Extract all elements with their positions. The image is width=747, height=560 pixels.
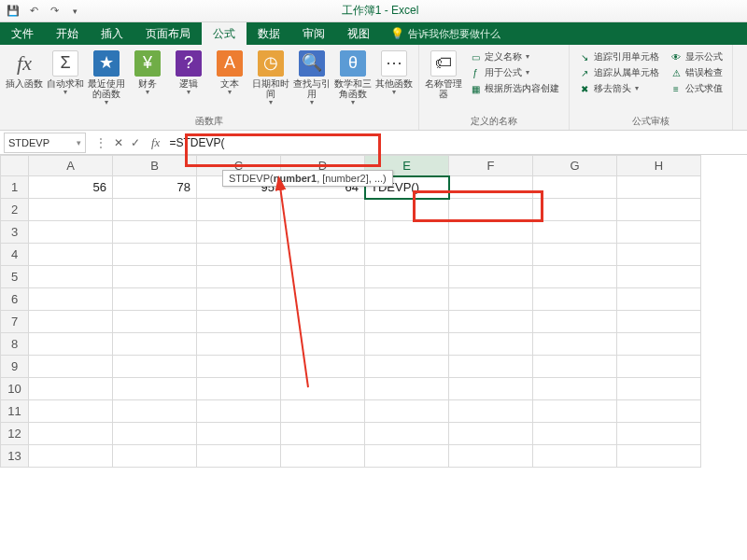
row-header[interactable]: 10 — [1, 378, 29, 400]
remove-icon: ✖ — [579, 83, 590, 94]
row-header[interactable]: 9 — [1, 356, 29, 378]
cell-H1[interactable] — [617, 176, 701, 199]
tag-mini-icon: ▭ — [470, 51, 481, 63]
show-formulas-button[interactable]: 👁显示公式 — [670, 50, 723, 63]
group-label-formula-auditing: 公式审核 — [575, 115, 726, 128]
cell-G1[interactable] — [533, 176, 617, 199]
text-button[interactable]: A 文本 ▾ — [211, 49, 248, 99]
formula-tooltip: STDEVP(number1, [number2], ...) — [222, 170, 393, 187]
search-icon: 🔍 — [299, 50, 325, 77]
select-all-corner[interactable] — [1, 156, 29, 176]
chevron-down-icon: ▾ — [351, 99, 355, 107]
ribbon: fx 插入函数 Σ 自动求和 ▾ ★ 最近使用的函数 ▾ ¥ 财务 ▾ ? 逻辑 — [0, 45, 747, 131]
qat-dropdown-icon[interactable]: ▾ — [67, 4, 82, 19]
redo-icon[interactable]: ↷ — [47, 4, 62, 19]
col-header-A[interactable]: A — [29, 156, 113, 176]
cell-A1[interactable]: 56 — [29, 176, 113, 199]
formula-bar-row: STDEVP ▾ ⋮ ✕ ✓ fx — [0, 131, 747, 155]
tab-view[interactable]: 视图 — [336, 22, 381, 45]
chevron-down-icon[interactable]: ▾ — [77, 138, 81, 147]
fx-icon: fx — [11, 50, 37, 77]
chevron-down-icon: ▾ — [63, 89, 67, 97]
tab-pagelayout[interactable]: 页面布局 — [134, 22, 202, 45]
group-label-defined-names: 定义的名称 — [425, 115, 563, 128]
col-header-H[interactable]: H — [617, 156, 701, 176]
eye-icon: 👁 — [670, 51, 682, 63]
ribbon-tabs: 文件 开始 插入 页面布局 公式 数据 审阅 视图 💡 告诉我你想要做什么 — [0, 22, 747, 45]
recently-used-button[interactable]: ★ 最近使用的函数 ▾ — [88, 49, 125, 109]
row-header[interactable]: 12 — [1, 423, 29, 445]
group-label-function-library: 函数库 — [6, 115, 413, 128]
clock-icon: ◷ — [258, 50, 284, 77]
morefn-button[interactable]: ⋯ 其他函数 ▾ — [375, 49, 413, 99]
insert-function-button[interactable]: fx 插入函数 — [6, 49, 43, 91]
autosum-button[interactable]: Σ 自动求和 ▾ — [47, 49, 84, 99]
create-from-selection-button[interactable]: ▦根据所选内容创建 — [470, 82, 559, 95]
enter-formula-button[interactable]: ✓ — [131, 136, 140, 149]
row-header[interactable]: 11 — [1, 400, 29, 423]
col-header-F[interactable]: F — [449, 156, 533, 176]
trace-precedents-button[interactable]: ↘追踪引用单元格 — [579, 50, 659, 63]
chevron-down-icon: ▾ — [187, 89, 190, 97]
row-header[interactable]: 1 — [1, 176, 29, 199]
row-header[interactable]: 7 — [1, 311, 29, 333]
error-checking-button[interactable]: ⚠错误检查 — [670, 66, 723, 79]
formula-input[interactable] — [165, 133, 747, 153]
mathtrig-button[interactable]: θ 数学和三角函数 ▾ — [334, 49, 372, 109]
spreadsheet-grid[interactable]: A B C D E F G H 1 56 78 95 64 TDEVP() 2 … — [0, 155, 747, 468]
money-icon: ¥ — [134, 50, 161, 77]
financial-button[interactable]: ¥ 财务 ▾ — [129, 49, 166, 99]
tab-formulas[interactable]: 公式 — [202, 22, 247, 45]
datetime-button[interactable]: ◷ 日期和时间 ▾ — [252, 49, 289, 109]
row-header[interactable]: 3 — [1, 221, 29, 244]
chevron-down-icon: ▾ — [146, 89, 149, 97]
row-header[interactable]: 2 — [1, 199, 29, 221]
chevron-down-icon: ▾ — [392, 89, 396, 97]
tell-me-text: 告诉我你想要做什么 — [408, 27, 500, 41]
undo-icon[interactable]: ↶ — [26, 4, 41, 19]
row-header[interactable]: 8 — [1, 333, 29, 356]
text-icon: A — [217, 50, 243, 77]
row-header[interactable]: 4 — [1, 244, 29, 266]
tag-icon: 🏷 — [430, 50, 457, 77]
evaluate-formula-button[interactable]: ≡公式求值 — [670, 82, 723, 95]
lookup-button[interactable]: 🔍 查找与引用 ▾ — [293, 49, 331, 109]
trace-dependents-button[interactable]: ↗追踪从属单元格 — [579, 66, 659, 79]
tab-home[interactable]: 开始 — [45, 22, 90, 45]
tab-file[interactable]: 文件 — [0, 22, 45, 45]
fx-icon[interactable]: fx — [146, 135, 165, 150]
name-box-value: STDEVP — [8, 137, 49, 148]
name-box[interactable]: STDEVP ▾ — [4, 133, 86, 153]
cell-F1[interactable] — [449, 176, 533, 199]
col-header-B[interactable]: B — [113, 156, 197, 176]
sigma-icon: Σ — [52, 50, 78, 77]
cell-B1[interactable]: 78 — [113, 176, 197, 199]
chevron-down-icon: ▾ — [228, 89, 232, 97]
name-manager-button[interactable]: 🏷 名称管理器 — [425, 49, 462, 101]
title-bar: 💾 ↶ ↷ ▾ 工作簿1 - Excel — [0, 0, 747, 22]
save-icon[interactable]: 💾 — [6, 4, 21, 19]
warning-icon: ⚠ — [670, 67, 682, 78]
window-title: 工作簿1 - Excel — [88, 3, 672, 19]
logical-button[interactable]: ? 逻辑 ▾ — [170, 49, 207, 99]
tell-me[interactable]: 💡 告诉我你想要做什么 — [381, 22, 510, 45]
tab-review[interactable]: 审阅 — [291, 22, 336, 45]
row-header[interactable]: 5 — [1, 266, 29, 288]
star-icon: ★ — [93, 50, 120, 77]
col-header-G[interactable]: G — [533, 156, 617, 176]
tab-insert[interactable]: 插入 — [90, 22, 134, 45]
define-name-button[interactable]: ▭定义名称▾ — [470, 50, 559, 63]
chevron-down-icon: ▾ — [105, 99, 108, 107]
use-in-formula-button[interactable]: ƒ用于公式▾ — [470, 66, 559, 79]
arrow-in-icon: ↘ — [579, 51, 590, 63]
more-icon: ⋯ — [381, 50, 407, 77]
remove-arrows-button[interactable]: ✖移去箭头▾ — [579, 82, 659, 95]
lightbulb-icon: 💡 — [390, 27, 404, 40]
question-icon: ? — [176, 50, 202, 77]
cancel-formula-button[interactable]: ✕ — [114, 136, 123, 149]
tab-data[interactable]: 数据 — [247, 22, 291, 45]
calc-icon: ≡ — [670, 83, 682, 94]
grid-mini-icon: ▦ — [470, 83, 481, 94]
row-header[interactable]: 13 — [1, 445, 29, 468]
row-header[interactable]: 6 — [1, 288, 29, 311]
